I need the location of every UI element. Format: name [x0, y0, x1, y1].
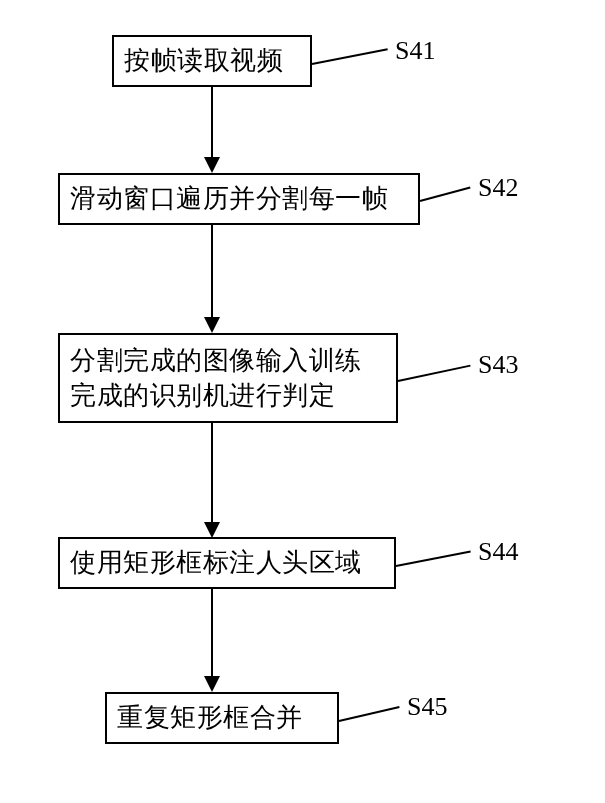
flowchart-canvas: 按帧读取视频 S41 滑动窗口遍历并分割每一帧 S42 分割完成的图像输入训练完…	[0, 0, 605, 803]
arrow-head	[204, 522, 220, 538]
node-text: 使用矩形框标注人头区域	[70, 545, 362, 580]
leader-line	[339, 706, 400, 722]
flowchart-node-s44: 使用矩形框标注人头区域	[58, 537, 396, 589]
arrow-head	[204, 317, 220, 333]
flowchart-node-s43: 分割完成的图像输入训练完成的识别机进行判定	[58, 333, 398, 423]
arrow-s41-s42	[211, 87, 213, 159]
arrow-head	[204, 157, 220, 173]
leader-line	[398, 365, 471, 382]
node-text: 滑动窗口遍历并分割每一帧	[70, 181, 388, 216]
node-label-s44: S44	[478, 537, 518, 567]
node-text: 重复矩形框合并	[117, 700, 303, 735]
arrow-s43-s44	[211, 423, 213, 523]
flowchart-node-s42: 滑动窗口遍历并分割每一帧	[58, 173, 420, 225]
node-label-s42: S42	[478, 173, 518, 203]
node-label-s45: S45	[407, 692, 447, 722]
arrow-s44-s45	[211, 589, 213, 677]
arrow-s42-s43	[211, 225, 213, 318]
node-text: 分割完成的图像输入训练完成的识别机进行判定	[70, 343, 386, 413]
arrow-head	[204, 676, 220, 692]
leader-line	[312, 48, 388, 65]
node-label-s41: S41	[395, 36, 435, 66]
leader-line	[396, 551, 471, 567]
flowchart-node-s45: 重复矩形框合并	[105, 692, 339, 744]
node-text: 按帧读取视频	[124, 43, 283, 78]
node-label-s43: S43	[478, 350, 518, 380]
leader-line	[420, 187, 471, 202]
flowchart-node-s41: 按帧读取视频	[112, 35, 312, 87]
